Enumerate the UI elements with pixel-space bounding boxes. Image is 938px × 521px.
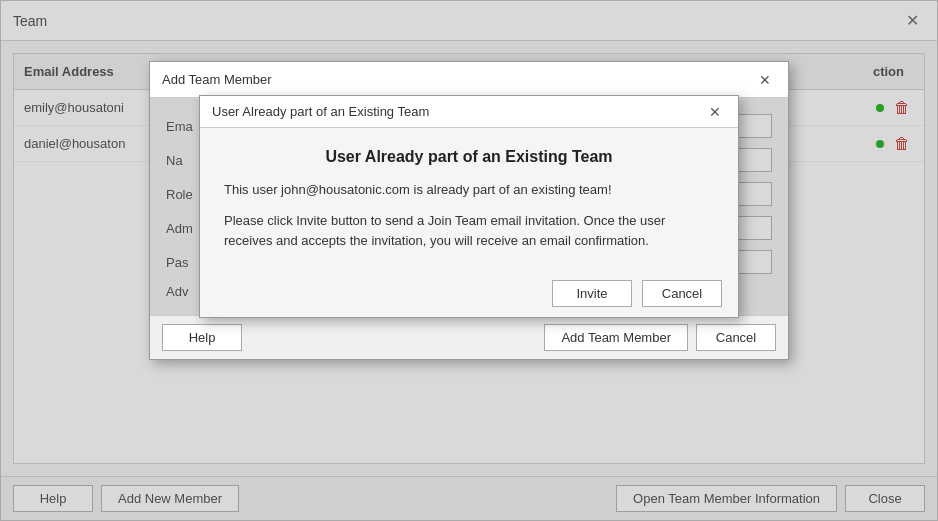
dialog-overlay: Add Team Member ✕ Ema Na Role Adm — [1, 1, 937, 520]
alert-dialog: User Already part of an Existing Team ✕ … — [199, 95, 739, 318]
add-team-member-body: Ema Na Role Adm Pas — [150, 98, 788, 315]
main-window: Team ✕ Email Address ction emily@housato… — [0, 0, 938, 521]
alert-buttons: Invite Cancel — [200, 270, 738, 317]
dialog-add-team-member-button[interactable]: Add Team Member — [544, 324, 688, 351]
add-team-member-bottom-bar: Help Add Team Member Cancel — [150, 315, 788, 359]
dialog-cancel-button[interactable]: Cancel — [696, 324, 776, 351]
add-team-member-dialog: Add Team Member ✕ Ema Na Role Adm — [149, 61, 789, 360]
alert-cancel-button[interactable]: Cancel — [642, 280, 722, 307]
dialog-help-button[interactable]: Help — [162, 324, 242, 351]
add-team-member-close-button[interactable]: ✕ — [754, 72, 776, 88]
alert-message2: Please click Invite button to send a Joi… — [224, 211, 714, 250]
alert-heading: User Already part of an Existing Team — [224, 148, 714, 166]
invite-button[interactable]: Invite — [552, 280, 632, 307]
alert-overlay: User Already part of an Existing Team ✕ … — [150, 98, 788, 315]
alert-title-bar: User Already part of an Existing Team ✕ — [200, 96, 738, 128]
alert-dialog-title: User Already part of an Existing Team — [212, 104, 429, 119]
add-team-member-dialog-title: Add Team Member — [162, 72, 272, 87]
alert-body: User Already part of an Existing Team Th… — [200, 128, 738, 270]
alert-close-button[interactable]: ✕ — [704, 104, 726, 120]
alert-message1: This user john@housatonic.com is already… — [224, 182, 714, 197]
add-team-member-title-bar: Add Team Member ✕ — [150, 62, 788, 98]
